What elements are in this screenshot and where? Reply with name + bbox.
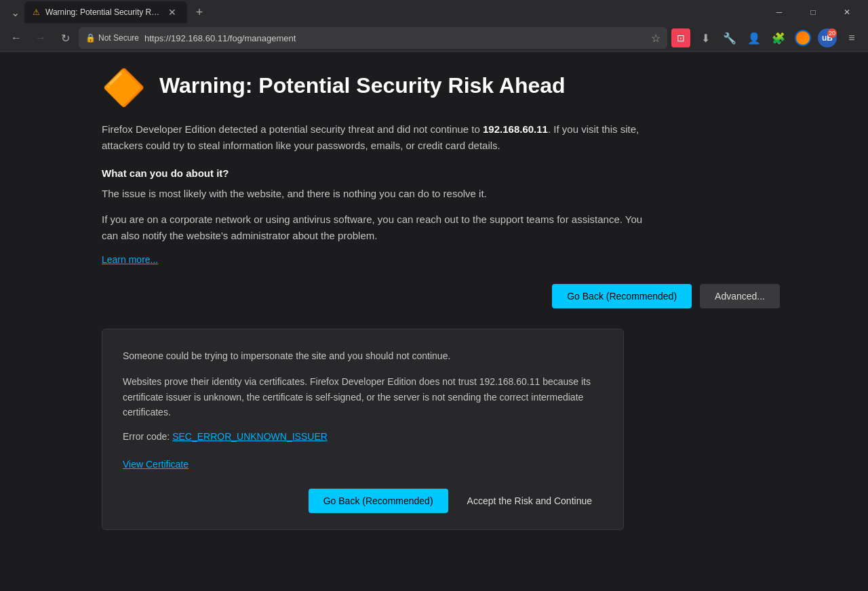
tools-button[interactable]: 🔧 bbox=[719, 27, 741, 49]
description-start: Firefox Developer Edition detected a pot… bbox=[102, 123, 483, 135]
pocket-icon: ⊡ bbox=[671, 28, 690, 47]
lock-icon: 🔒 bbox=[85, 33, 96, 43]
advanced-text-1: Someone could be trying to impersonate t… bbox=[123, 348, 603, 363]
view-certificate-link[interactable]: View Certificate bbox=[123, 459, 189, 470]
forward-button[interactable]: → bbox=[30, 27, 52, 49]
sub-text-1: The issue is most likely with the websit… bbox=[102, 186, 644, 202]
window-controls: ─ □ ✕ bbox=[764, 0, 863, 24]
firefox-shield-button[interactable] bbox=[792, 27, 814, 49]
extensions-button[interactable]: 🧩 bbox=[768, 27, 789, 49]
page-title: Warning: Potential Security Risk Ahead bbox=[159, 73, 566, 98]
url-text: https://192.168.60.11/fog/management bbox=[144, 33, 646, 43]
accept-risk-button[interactable]: Accept the Risk and Continue bbox=[456, 489, 603, 513]
learn-more-link[interactable]: Learn more... bbox=[102, 254, 158, 265]
tab-bar: ⚠ Warning: Potential Security Ris... ✕ + bbox=[24, 1, 764, 23]
minimize-button[interactable]: ─ bbox=[764, 0, 795, 24]
new-tab-button[interactable]: + bbox=[190, 3, 209, 22]
ublock-button[interactable]: uB 20 bbox=[816, 27, 838, 49]
browser-chrome: ⌄ ⚠ Warning: Potential Security Ris... ✕… bbox=[0, 0, 868, 52]
nav-bar: ← → ↻ 🔒 Not Secure https://192.168.60.11… bbox=[0, 24, 868, 52]
warning-header: 🔶 Warning: Potential Security Risk Ahead bbox=[102, 73, 848, 105]
advanced-panel: Someone could be trying to impersonate t… bbox=[102, 329, 624, 530]
error-code-line: Error code: SEC_ERROR_UNKNOWN_ISSUER bbox=[123, 431, 603, 442]
advanced-text-2: Websites prove their identity via certif… bbox=[123, 374, 603, 420]
error-code-link[interactable]: SEC_ERROR_UNKNOWN_ISSUER bbox=[172, 431, 328, 442]
bookmark-button[interactable]: ☆ bbox=[651, 32, 660, 45]
ip-address: 192.168.60.11 bbox=[483, 123, 548, 135]
advanced-go-back-button[interactable]: Go Back (Recommended) bbox=[309, 489, 448, 513]
not-secure-label: Not Secure bbox=[98, 33, 139, 43]
firefox-logo-icon bbox=[795, 30, 811, 46]
close-button[interactable]: ✕ bbox=[831, 0, 863, 24]
primary-action-buttons: Go Back (Recommended) Advanced... bbox=[102, 284, 780, 308]
advanced-button[interactable]: Advanced... bbox=[700, 284, 780, 308]
tab-warning-icon: ⚠ bbox=[33, 7, 40, 17]
active-tab[interactable]: ⚠ Warning: Potential Security Ris... ✕ bbox=[24, 1, 187, 23]
not-secure-indicator[interactable]: 🔒 Not Secure bbox=[85, 33, 139, 43]
account-button[interactable]: 👤 bbox=[743, 27, 765, 49]
downloads-button[interactable]: ⬇ bbox=[694, 27, 716, 49]
maximize-button[interactable]: □ bbox=[797, 0, 829, 24]
refresh-button[interactable]: ↻ bbox=[54, 27, 76, 49]
address-bar[interactable]: 🔒 Not Secure https://192.168.60.11/fog/m… bbox=[79, 27, 667, 49]
ublock-badge: 20 bbox=[827, 28, 837, 38]
pocket-button[interactable]: ⊡ bbox=[670, 27, 692, 49]
error-code-label: Error code: bbox=[123, 431, 172, 442]
toolbar-icons: ⊡ ⬇ 🔧 👤 🧩 uB 20 ≡ bbox=[670, 27, 863, 49]
tab-list-button[interactable]: ⌄ bbox=[5, 3, 24, 22]
go-back-recommended-button[interactable]: Go Back (Recommended) bbox=[552, 284, 692, 308]
page-content: 🔶 Warning: Potential Security Risk Ahead… bbox=[0, 52, 868, 591]
title-bar: ⌄ ⚠ Warning: Potential Security Ris... ✕… bbox=[0, 0, 868, 24]
advanced-action-buttons: Go Back (Recommended) Accept the Risk an… bbox=[123, 489, 603, 513]
menu-button[interactable]: ≡ bbox=[841, 27, 863, 49]
back-button[interactable]: ← bbox=[5, 27, 27, 49]
sub-text-2: If you are on a corporate network or usi… bbox=[102, 211, 644, 244]
warning-triangle-icon: 🔶 bbox=[102, 70, 146, 105]
description-paragraph: Firefox Developer Edition detected a pot… bbox=[102, 121, 644, 154]
tab-close-button[interactable]: ✕ bbox=[165, 5, 179, 19]
tab-title: Warning: Potential Security Ris... bbox=[45, 7, 160, 17]
what-to-do-title: What can you do about it? bbox=[102, 167, 848, 179]
